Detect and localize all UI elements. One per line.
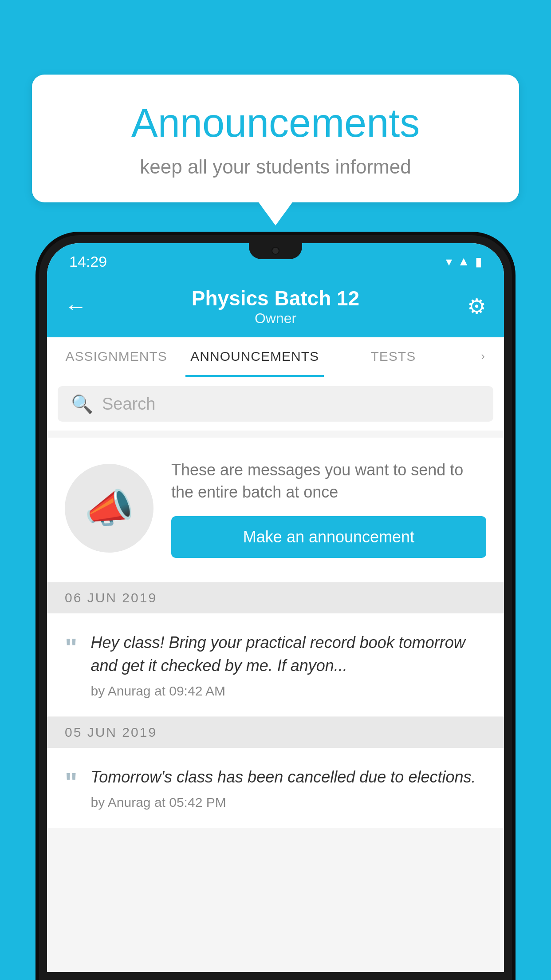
message-item-2[interactable]: " Tomorrow's class has been cancelled du… xyxy=(47,748,504,828)
phone-camera xyxy=(272,247,279,255)
speech-bubble: Announcements keep all your students inf… xyxy=(32,75,519,202)
app-bar-title-area: Physics Batch 12 Owner xyxy=(96,286,455,327)
phone-frame: 14:29 ▾ ▲ ▮ ← Physics Batch 12 Owner ⚙ A… xyxy=(39,235,512,980)
announcement-text-area: These are messages you want to send to t… xyxy=(171,459,486,558)
status-time: 14:29 xyxy=(69,253,107,270)
tab-announcements[interactable]: ANNOUNCEMENTS xyxy=(185,337,324,377)
message-text-1: Hey class! Bring your practical record b… xyxy=(91,631,486,677)
phone-notch xyxy=(249,243,302,259)
app-bar-title: Physics Batch 12 xyxy=(96,286,455,310)
message-meta-2: by Anurag at 05:42 PM xyxy=(91,795,486,810)
tab-tests[interactable]: TESTS xyxy=(324,337,462,377)
tab-more[interactable]: › xyxy=(462,337,504,377)
search-bar-container: 🔍 Search xyxy=(47,377,504,431)
wifi-icon: ▾ xyxy=(446,254,452,269)
message-content-2: Tomorrow's class has been cancelled due … xyxy=(91,766,486,810)
date-label-1: 06 JUN 2019 xyxy=(65,590,157,605)
battery-icon: ▮ xyxy=(475,254,482,269)
speech-bubble-container: Announcements keep all your students inf… xyxy=(32,75,519,225)
quote-icon-1: " xyxy=(65,635,77,661)
date-separator-1: 06 JUN 2019 xyxy=(47,582,504,613)
phone-screen: 14:29 ▾ ▲ ▮ ← Physics Batch 12 Owner ⚙ A… xyxy=(47,243,504,972)
status-icons: ▾ ▲ ▮ xyxy=(446,254,482,269)
settings-button[interactable]: ⚙ xyxy=(455,294,486,319)
back-button[interactable]: ← xyxy=(65,293,96,319)
quote-icon-2: " xyxy=(65,769,77,796)
search-icon: 🔍 xyxy=(71,394,93,415)
announcement-icon-circle: 📣 xyxy=(65,464,153,553)
message-meta-1: by Anurag at 09:42 AM xyxy=(91,684,486,699)
announcement-description: These are messages you want to send to t… xyxy=(171,459,486,504)
bubble-title: Announcements xyxy=(67,101,484,145)
app-bar: ← Physics Batch 12 Owner ⚙ xyxy=(47,275,504,337)
make-announcement-button[interactable]: Make an announcement xyxy=(171,516,486,558)
bubble-subtitle: keep all your students informed xyxy=(67,156,484,178)
content-area: 🔍 Search 📣 These are messages you want t… xyxy=(47,377,504,972)
announcement-prompt: 📣 These are messages you want to send to… xyxy=(47,438,504,582)
tab-assignments[interactable]: ASSIGNMENTS xyxy=(47,337,185,377)
tabs-bar: ASSIGNMENTS ANNOUNCEMENTS TESTS › xyxy=(47,337,504,377)
speech-bubble-tail xyxy=(259,202,292,225)
message-content-1: Hey class! Bring your practical record b… xyxy=(91,631,486,699)
search-bar[interactable]: 🔍 Search xyxy=(58,386,493,422)
date-separator-2: 05 JUN 2019 xyxy=(47,717,504,748)
signal-icon: ▲ xyxy=(457,254,470,269)
message-text-2: Tomorrow's class has been cancelled due … xyxy=(91,766,486,789)
search-placeholder: Search xyxy=(102,395,155,414)
app-bar-subtitle: Owner xyxy=(96,310,455,327)
megaphone-icon: 📣 xyxy=(84,485,134,532)
date-label-2: 05 JUN 2019 xyxy=(65,725,157,740)
message-item-1[interactable]: " Hey class! Bring your practical record… xyxy=(47,613,504,717)
